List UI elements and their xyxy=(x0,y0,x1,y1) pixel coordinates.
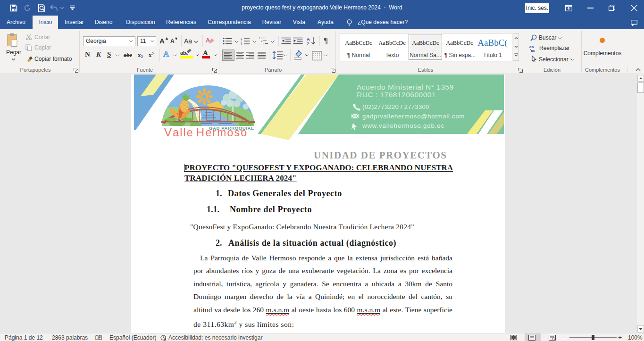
svg-text:i: i xyxy=(263,42,263,45)
svg-text:ac: ac xyxy=(531,49,535,52)
svg-text:(02)2773220 / 2773300: (02)2773220 / 2773300 xyxy=(362,103,429,110)
svg-text:3: 3 xyxy=(241,43,243,46)
svg-text:gadprvallehermoso@hotmail.com: gadprvallehermoso@hotmail.com xyxy=(362,113,465,120)
svg-text:Z: Z xyxy=(307,41,309,46)
svg-text:RUC : 1768120600001: RUC : 1768120600001 xyxy=(357,91,436,99)
svg-text:Acuerdo Ministerial N° 1359: Acuerdo Ministerial N° 1359 xyxy=(357,83,454,91)
svg-text:1: 1 xyxy=(259,37,260,40)
svg-text:www.vallehermoso.gob.ec: www.vallehermoso.gob.ec xyxy=(362,122,444,129)
svg-text:ValleHermoso: ValleHermoso xyxy=(164,126,248,139)
